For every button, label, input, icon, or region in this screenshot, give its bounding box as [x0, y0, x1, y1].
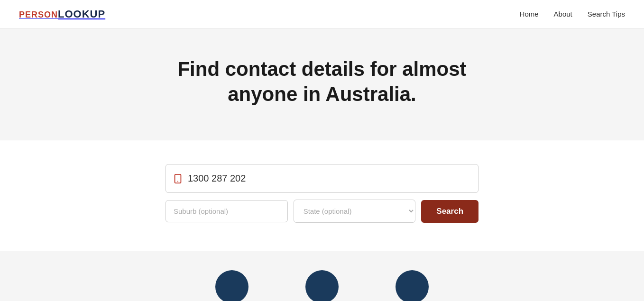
- logo-person: PERSON: [19, 10, 58, 20]
- hero-section: Find contact details for almost anyone i…: [0, 28, 644, 140]
- site-logo[interactable]: PERSON LOOKUP: [19, 8, 105, 20]
- circle-icon-2: [305, 270, 339, 301]
- search-button[interactable]: Search: [421, 200, 478, 223]
- search-row: State (optional)ACTNSWNTQLDSATASVICWA Se…: [166, 200, 478, 223]
- search-section: State (optional)ACTNSWNTQLDSATASVICWA Se…: [0, 140, 644, 251]
- nav-about[interactable]: About: [554, 10, 572, 18]
- site-header: PERSON LOOKUP Home About Search Tips: [0, 0, 644, 28]
- bottom-icon-1: [215, 270, 248, 301]
- nav-search-tips[interactable]: Search Tips: [588, 10, 625, 18]
- phone-icon: [173, 173, 183, 184]
- logo-lookup: LOOKUP: [58, 8, 105, 20]
- state-select[interactable]: State (optional)ACTNSWNTQLDSATASVICWA: [294, 200, 416, 223]
- hero-headline: Find contact details for almost anyone i…: [156, 57, 488, 107]
- suburb-input[interactable]: [166, 200, 288, 222]
- bottom-section: [0, 251, 644, 301]
- bottom-icon-2: [305, 270, 339, 301]
- circle-icon-3: [396, 270, 429, 301]
- main-search-input[interactable]: [188, 164, 471, 192]
- main-nav: Home About Search Tips: [520, 10, 625, 18]
- main-search-wrapper: [166, 164, 478, 193]
- circle-icon-1: [215, 270, 248, 301]
- nav-home[interactable]: Home: [520, 10, 539, 18]
- bottom-icon-3: [396, 270, 429, 301]
